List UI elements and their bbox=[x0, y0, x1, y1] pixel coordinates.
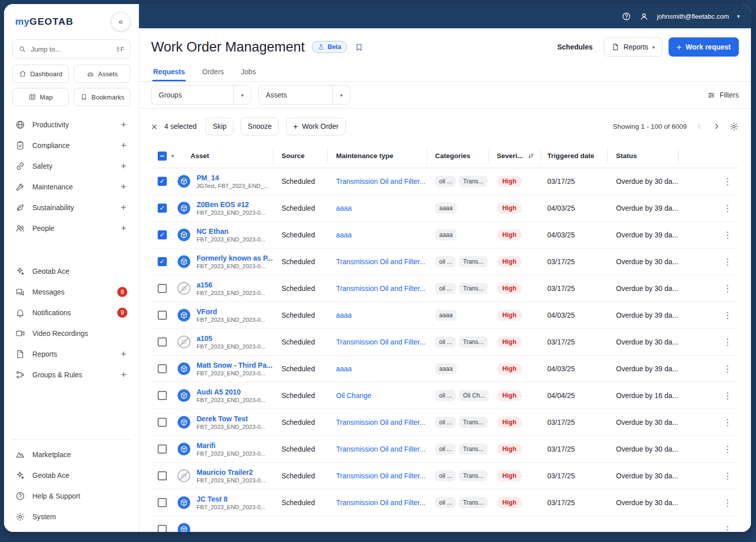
maintenance-type-link[interactable]: aaaa bbox=[336, 204, 352, 212]
sidebar-item-geotab-ace[interactable]: Geotab Ace bbox=[12, 261, 130, 281]
bookmark-icon[interactable] bbox=[354, 42, 364, 52]
plus-icon[interactable]: + bbox=[121, 181, 127, 192]
skip-button[interactable]: Skip bbox=[206, 118, 233, 135]
asset-name-link[interactable]: Marifi bbox=[197, 441, 265, 450]
quick-link-bookmarks[interactable]: Bookmarks bbox=[74, 88, 130, 106]
asset-name-link[interactable]: Audi A5 2010 bbox=[197, 388, 265, 396]
sidebar-item-system[interactable]: System bbox=[12, 506, 130, 527]
table-row[interactable]: VFord FBT_2023_END_2023-0... Scheduled a… bbox=[151, 302, 739, 329]
kebab-menu-icon[interactable]: ⋮ bbox=[723, 364, 732, 374]
row-checkbox[interactable] bbox=[158, 204, 167, 213]
column-header-status[interactable]: Status bbox=[608, 144, 679, 168]
kebab-menu-icon[interactable]: ⋮ bbox=[723, 203, 732, 214]
plus-icon[interactable]: + bbox=[121, 119, 127, 130]
sidebar-item-geotab-ace[interactable]: Geotab Ace bbox=[12, 465, 130, 485]
table-row[interactable]: Z0Ben EOS #12 FBT_2023_END_2023-0... Sch… bbox=[151, 195, 739, 222]
kebab-menu-icon[interactable]: ⋮ bbox=[723, 310, 732, 321]
plus-icon[interactable]: + bbox=[121, 202, 127, 213]
row-checkbox[interactable] bbox=[158, 230, 167, 239]
tab-jobs[interactable]: Jobs bbox=[240, 62, 257, 81]
maintenance-type-link[interactable]: Transmission Oil and Filter... bbox=[336, 418, 426, 426]
gear-icon[interactable] bbox=[729, 122, 739, 131]
work-request-button[interactable]: + Work request bbox=[669, 37, 739, 57]
plus-icon[interactable]: + bbox=[121, 369, 127, 380]
close-icon[interactable]: × bbox=[151, 121, 157, 132]
maintenance-type-link[interactable]: Oil Change bbox=[336, 391, 371, 400]
sidebar-item-reports[interactable]: Reports+ bbox=[12, 343, 130, 364]
sidebar-item-groups-rules[interactable]: Groups & Rules+ bbox=[12, 364, 130, 385]
row-checkbox[interactable] bbox=[158, 177, 167, 186]
user-icon[interactable] bbox=[639, 12, 649, 21]
reports-dropdown-button[interactable]: Reports ▾ bbox=[604, 37, 663, 57]
asset-name-link[interactable]: NC Ethan bbox=[197, 227, 265, 235]
table-row[interactable]: a105 FBT_2023_END_2023-0... Scheduled Tr… bbox=[151, 329, 739, 356]
row-checkbox[interactable] bbox=[158, 284, 167, 293]
row-checkbox[interactable] bbox=[158, 418, 167, 427]
sidebar-item-safety[interactable]: Safety+ bbox=[12, 156, 130, 176]
plus-icon[interactable]: + bbox=[121, 140, 127, 151]
table-row[interactable]: Audi A5 2010 FBT_2023_END_2023-0... Sche… bbox=[151, 382, 739, 409]
row-checkbox[interactable] bbox=[158, 311, 167, 320]
kebab-menu-icon[interactable]: ⋮ bbox=[723, 257, 732, 267]
sidebar-item-notifications[interactable]: Notifications9 bbox=[12, 302, 130, 323]
jump-to-search[interactable]: Jump to... ⇧F bbox=[12, 39, 130, 59]
row-checkbox[interactable] bbox=[158, 525, 167, 532]
row-checkbox[interactable] bbox=[158, 337, 167, 347]
asset-name-link[interactable]: a105 bbox=[197, 334, 265, 342]
groups-select[interactable]: Groups ▾ bbox=[151, 85, 251, 105]
row-checkbox[interactable] bbox=[158, 257, 167, 266]
chevron-down-icon[interactable]: ▾ bbox=[171, 153, 174, 159]
asset-name-link[interactable]: Z0Ben EOS #12 bbox=[197, 201, 265, 209]
sidebar-item-maintenance[interactable]: Maintenance+ bbox=[12, 176, 130, 197]
sidebar-item-productivity[interactable]: Productivity+ bbox=[12, 114, 130, 135]
column-header-asset[interactable]: Asset bbox=[177, 144, 273, 168]
maintenance-type-link[interactable]: Transmission Oil and Filter... bbox=[336, 499, 426, 507]
kebab-menu-icon[interactable]: ⋮ bbox=[723, 444, 732, 455]
column-header-severity[interactable]: Severi... bbox=[489, 144, 541, 168]
sidebar-item-messages[interactable]: Messages8 bbox=[12, 281, 130, 302]
maintenance-type-link[interactable]: aaaa bbox=[336, 365, 352, 373]
tab-requests[interactable]: Requests bbox=[152, 62, 186, 81]
table-row[interactable]: JC Test 8 FBT_2023_END_2023-0... Schedul… bbox=[151, 489, 739, 516]
row-checkbox[interactable] bbox=[158, 498, 167, 507]
chevron-right-icon[interactable] bbox=[712, 122, 721, 131]
table-row[interactable]: Marifi FBT_2023_END_2023-0... Scheduled … bbox=[151, 436, 739, 463]
sidebar-collapse-button[interactable]: « bbox=[111, 12, 130, 31]
plus-icon[interactable]: + bbox=[121, 161, 127, 172]
assets-select[interactable]: Assets ▾ bbox=[258, 85, 350, 105]
chevron-down-icon[interactable]: ▾ bbox=[737, 13, 740, 20]
kebab-menu-icon[interactable]: ⋮ bbox=[723, 283, 732, 294]
quick-link-assets[interactable]: Assets bbox=[74, 65, 130, 83]
maintenance-type-link[interactable]: aaaa bbox=[336, 231, 352, 239]
table-row[interactable]: NC Ethan FBT_2023_END_2023-0... Schedule… bbox=[151, 222, 739, 249]
tab-orders[interactable]: Orders bbox=[201, 62, 225, 81]
column-header-triggered-date[interactable]: Triggered date bbox=[541, 144, 608, 168]
table-row[interactable]: a156 FBT_2023_END_2023-0... Scheduled Tr… bbox=[151, 275, 739, 302]
table-row[interactable]: Matt Snow - Third Pa... FBT_2023_END_202… bbox=[151, 356, 739, 382]
sidebar-item-help-support[interactable]: Help & Support bbox=[12, 485, 130, 506]
plus-icon[interactable]: + bbox=[121, 349, 127, 360]
sidebar-item-sustainability[interactable]: Sustainability+ bbox=[12, 197, 130, 218]
maintenance-type-link[interactable]: Transmission Oil and Filter... bbox=[336, 258, 426, 266]
quick-link-dashboard[interactable]: Dashboard bbox=[12, 65, 69, 83]
asset-name-link[interactable]: PM_14 bbox=[197, 174, 269, 182]
row-checkbox[interactable] bbox=[158, 391, 167, 400]
kebab-menu-icon[interactable]: ⋮ bbox=[723, 230, 732, 240]
row-checkbox[interactable] bbox=[158, 364, 167, 373]
column-header-maintenance-type[interactable]: Maintenance type bbox=[328, 144, 427, 168]
kebab-menu-icon[interactable]: ⋮ bbox=[723, 471, 732, 481]
asset-name-link[interactable]: Formerly known as P... bbox=[197, 254, 273, 262]
kebab-menu-icon[interactable]: ⋮ bbox=[723, 337, 732, 348]
row-checkbox[interactable] bbox=[158, 445, 167, 454]
kebab-menu-icon[interactable]: ⋮ bbox=[723, 498, 732, 508]
chevron-left-icon[interactable] bbox=[695, 122, 704, 131]
table-row[interactable]: PM_14 JGTest, FBT_2023_END_... Scheduled… bbox=[151, 168, 739, 195]
kebab-menu-icon[interactable]: ⋮ bbox=[723, 176, 732, 187]
maintenance-type-link[interactable]: aaaa bbox=[336, 311, 352, 319]
snooze-button[interactable]: Snooze bbox=[241, 118, 278, 135]
maintenance-type-link[interactable]: Transmission Oil and Filter... bbox=[336, 338, 426, 346]
table-row[interactable]: Mauricio Trailer2 FBT_2023_END_2023-0...… bbox=[151, 463, 739, 489]
chevron-down-icon[interactable]: ▾ bbox=[233, 86, 251, 104]
table-row[interactable]: ⋮ bbox=[151, 516, 739, 532]
row-checkbox[interactable] bbox=[158, 471, 167, 480]
